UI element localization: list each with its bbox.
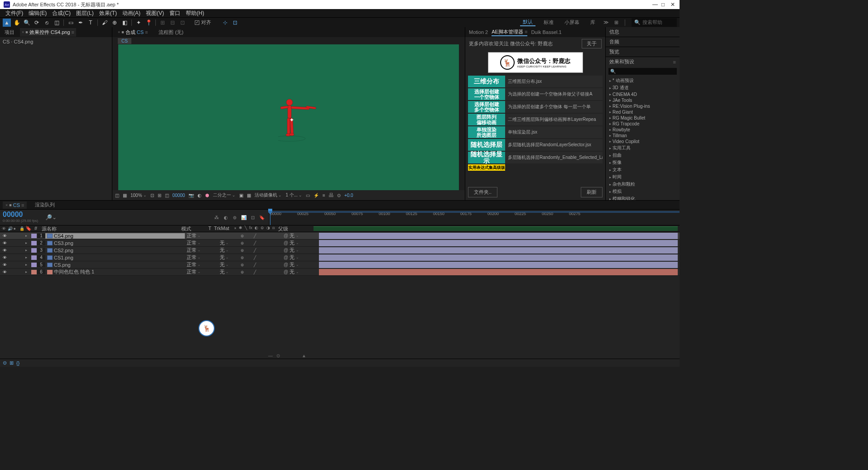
fullres-icon[interactable]: ⊡ (150, 193, 154, 198)
workspace-default[interactable]: 默认 (520, 19, 535, 26)
trkmat-dropdown[interactable]: 无 (220, 247, 225, 254)
sw-adjust-icon[interactable]: ◑ (266, 225, 270, 232)
panel-preview[interactable]: 预览 (606, 47, 680, 57)
lock-col-icon[interactable]: 🔒 (19, 226, 24, 231)
parent-dropdown[interactable]: 无 (289, 247, 294, 254)
exposure-value[interactable]: +0.0 (344, 193, 353, 198)
camera-tool-icon[interactable]: ⎋ (43, 19, 51, 27)
script-run-button[interactable]: 单独渲染 所选图层 (468, 126, 505, 138)
effects-category[interactable]: RG Magic Bullet (606, 115, 680, 121)
viewport[interactable]: ✦ (112, 44, 465, 190)
visibility-toggle[interactable]: 👁 (3, 263, 7, 267)
pan-behind-tool-icon[interactable]: ◫ (53, 19, 61, 27)
frame-blend-icon[interactable]: ◐ (222, 214, 229, 221)
twirl-icon[interactable]: ▸ (25, 248, 31, 252)
visibility-toggle[interactable]: 👁 (3, 241, 7, 245)
parent-dropdown[interactable]: 无 (289, 240, 294, 246)
trkmat-dropdown[interactable]: 无 (220, 261, 225, 268)
trkmat-col-header[interactable]: TrkMat (214, 225, 229, 231)
twirl-icon[interactable]: ▸ (25, 263, 31, 267)
effects-category[interactable]: RG Trapcode (606, 121, 680, 127)
layer-name-cell[interactable]: CS.png (45, 262, 185, 268)
search-help-input[interactable]: 🔍 搜索帮助 (632, 18, 677, 27)
video-col-icon[interactable]: 👁 (2, 226, 6, 231)
layer-name-cell[interactable]: CS3.png (45, 240, 185, 246)
local-axis-icon[interactable]: ⊞ (159, 19, 167, 27)
menu-composition[interactable]: 合成(C) (50, 10, 72, 17)
layer-name-cell[interactable]: CS4.png (45, 233, 185, 239)
snap-checkbox[interactable]: ✓ (195, 20, 199, 25)
roi-icon[interactable]: ▣ (239, 193, 243, 198)
visibility-toggle[interactable]: 👁 (3, 270, 7, 274)
blend-mode-dropdown[interactable]: 正常 (187, 261, 197, 268)
parent-col-header[interactable]: 父级 (276, 225, 312, 232)
draft3d-icon[interactable]: ⊡ (249, 214, 256, 221)
parent-dropdown[interactable]: 无 (289, 232, 294, 239)
layer-row[interactable]: 👁▸2CS3.png正常⌄无⌄⊕╱@无⌄ (0, 240, 680, 247)
trkmat-dropdown[interactable]: 无 (220, 269, 225, 275)
snap-opt2-icon[interactable]: ⊡ (231, 19, 239, 27)
layer-duration-bar[interactable] (319, 262, 678, 268)
menu-file[interactable]: 文件(F) (4, 10, 25, 17)
reset-exposure-icon[interactable]: ⊙ (337, 193, 341, 198)
zoom-dropdown[interactable]: 100% (130, 193, 147, 198)
minimize-button[interactable]: — (649, 1, 658, 8)
sw-quality[interactable]: ╱ (254, 234, 256, 238)
close-comp-tab-icon[interactable]: × (118, 30, 120, 34)
layer-label-color[interactable] (31, 255, 37, 260)
effects-category[interactable]: 3D 通道 (606, 84, 680, 91)
blend-mode-dropdown[interactable]: 正常 (187, 247, 197, 254)
timeline-search[interactable]: 🔎⌄ (42, 210, 187, 225)
panel-audio[interactable]: 音频 (606, 37, 680, 47)
effects-search-input[interactable]: 🔍 (608, 68, 677, 75)
effects-category[interactable]: 抠像 (606, 159, 680, 166)
audio-col-icon[interactable]: 🔊 (8, 226, 12, 231)
sw-cell[interactable]: ⊕ (241, 270, 244, 274)
name-col-header[interactable]: 源名称 (40, 225, 179, 232)
eraser-tool-icon[interactable]: ◧ (121, 19, 129, 27)
channel-icon[interactable]: ⬢ (205, 193, 209, 198)
motion-blur-icon[interactable]: ⊚ (231, 214, 238, 221)
camera-dropdown[interactable]: 活动摄像机 (255, 192, 282, 198)
script-run-button[interactable]: 随机选择显示 (468, 152, 505, 163)
toggle-switches-icon[interactable]: ⊝ (3, 360, 7, 366)
script-run-button[interactable]: 选择层创建 多个空物体 (468, 101, 505, 113)
effects-category[interactable]: Red Giant (606, 109, 680, 115)
twirl-icon[interactable]: ▸ (25, 270, 31, 274)
solo-col-icon[interactable]: ● (14, 226, 18, 231)
layer-duration-bar[interactable] (319, 254, 678, 261)
menu-help[interactable]: 帮助(H) (184, 10, 206, 17)
effects-category[interactable]: 模拟 (606, 188, 680, 195)
trkmat-dropdown[interactable]: 无 (220, 240, 225, 246)
mask-toggle-icon[interactable]: ◫ (115, 193, 119, 198)
number-col-header[interactable]: # (32, 225, 40, 232)
layer-row[interactable]: 👁▸1CS4.png正常⌄⊕╱@无⌄ (0, 232, 680, 240)
layer-duration-bar[interactable] (319, 269, 678, 275)
views-dropdown[interactable]: 1 个... (285, 192, 302, 198)
pickwhip-icon[interactable]: @ (284, 269, 288, 274)
comp-flowchart-icon[interactable]: 品 (329, 192, 333, 198)
effects-category[interactable]: CINEMA 4D (606, 91, 680, 97)
layer-name-cell[interactable]: 中间色红色 纯色 1 (45, 269, 185, 275)
toggle-brackets-icon[interactable]: {} (16, 360, 19, 366)
menu-animation[interactable]: 动画(A) (121, 10, 142, 17)
sw-mblur-icon[interactable]: ⊚ (260, 225, 264, 232)
puppet-tool-icon[interactable]: 📍 (145, 19, 153, 27)
sw-frameblend-icon[interactable]: ◐ (255, 225, 258, 232)
world-axis-icon[interactable]: ⊟ (169, 19, 177, 27)
effects-category[interactable]: Video Copilot (606, 139, 680, 144)
rotate-tool-icon[interactable]: ⟳ (33, 19, 41, 27)
resolution-dropdown[interactable]: 二分之一 (213, 192, 236, 198)
maximize-button[interactable]: □ (658, 1, 667, 8)
text-tool-icon[interactable]: T (87, 19, 95, 27)
timecode-display[interactable]: 00000 0:00:00:00 (25.00 fps) (0, 210, 42, 225)
effects-category[interactable]: 时间 (606, 173, 680, 181)
effects-category[interactable]: 模糊和锐化 (606, 195, 680, 200)
script-expression-button[interactable]: 实用表达式集高级版 (468, 164, 505, 171)
layer-row[interactable]: 👁▸5CS.png正常⌄无⌄⊕╱@无⌄ (0, 261, 680, 269)
layer-duration-bar[interactable] (319, 240, 678, 246)
hand-tool-icon[interactable]: ✋ (13, 19, 21, 27)
effects-category[interactable]: 杂色和颗粒 (606, 181, 680, 188)
pickwhip-icon[interactable]: @ (284, 255, 288, 260)
blend-mode-dropdown[interactable]: 正常 (187, 232, 197, 239)
